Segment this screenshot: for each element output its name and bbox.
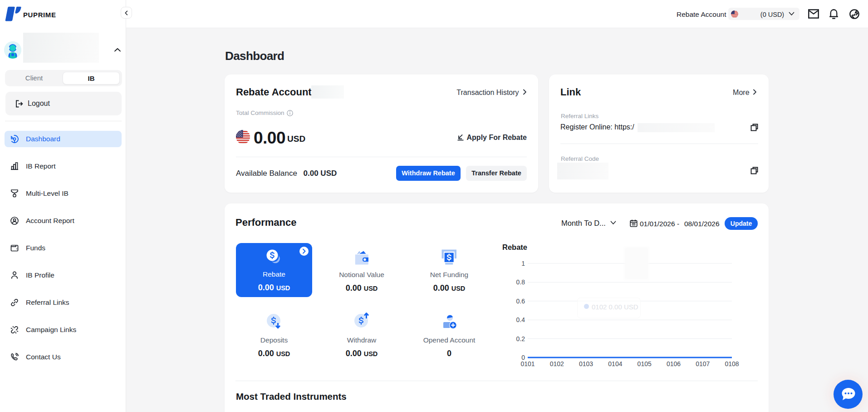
- svg-text:0.8: 0.8: [516, 278, 525, 286]
- svg-text:0.2: 0.2: [516, 335, 525, 343]
- svg-text:0105: 0105: [638, 360, 652, 367]
- svg-text:0.6: 0.6: [516, 298, 525, 305]
- svg-text:0106: 0106: [667, 360, 681, 367]
- svg-text:0101: 0101: [520, 360, 535, 367]
- svg-text:0104: 0104: [608, 360, 622, 367]
- svg-text:0108: 0108: [725, 360, 739, 367]
- svg-text:0107: 0107: [696, 360, 710, 367]
- svg-text:1: 1: [521, 260, 525, 267]
- svg-text:0102: 0102: [550, 360, 564, 367]
- svg-text:0.4: 0.4: [516, 316, 525, 323]
- svg-text:0103: 0103: [579, 360, 593, 367]
